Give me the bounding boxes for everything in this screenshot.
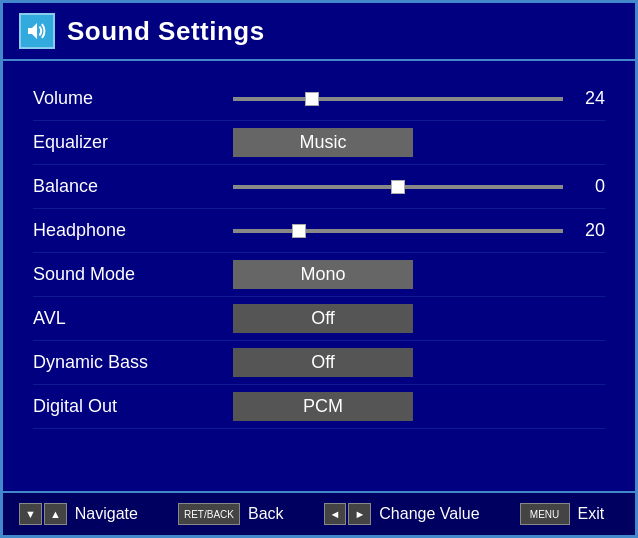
- volume-value: 24: [575, 88, 605, 109]
- back-key: RET/BACK: [178, 503, 240, 525]
- navigate-keys: ▼ ▲: [19, 503, 67, 525]
- right-key: ►: [348, 503, 371, 525]
- navigate-hint: ▼ ▲ Navigate: [19, 503, 138, 525]
- sound-mode-row: Sound Mode Mono: [33, 253, 605, 297]
- headphone-fill: [233, 229, 299, 233]
- headphone-control[interactable]: 20: [233, 220, 605, 241]
- balance-fill: [233, 185, 398, 189]
- footer: ▼ ▲ Navigate RET/BACK Back ◄ ► Change Va…: [3, 491, 635, 535]
- balance-value: 0: [575, 176, 605, 197]
- balance-thumb: [391, 180, 405, 194]
- sound-icon: [19, 13, 55, 49]
- avl-label: AVL: [33, 308, 233, 329]
- change-value-label: Change Value: [379, 505, 479, 523]
- balance-track: [233, 185, 563, 189]
- volume-label: Volume: [33, 88, 233, 109]
- menu-key: MENU: [520, 503, 570, 525]
- avl-select[interactable]: Off: [233, 304, 413, 333]
- avl-control[interactable]: Off: [233, 304, 605, 333]
- header: Sound Settings: [3, 3, 635, 61]
- left-key: ◄: [324, 503, 347, 525]
- dynamic-bass-control[interactable]: Off: [233, 348, 605, 377]
- digital-out-select[interactable]: PCM: [233, 392, 413, 421]
- volume-fill: [233, 97, 312, 101]
- balance-label: Balance: [33, 176, 233, 197]
- up-key: ▲: [44, 503, 67, 525]
- digital-out-label: Digital Out: [33, 396, 233, 417]
- equalizer-select[interactable]: Music: [233, 128, 413, 157]
- balance-row: Balance 0: [33, 165, 605, 209]
- svg-marker-0: [28, 23, 37, 39]
- menu-keys: MENU: [520, 503, 570, 525]
- screen: Sound Settings Volume 24 Equalizer Music: [0, 0, 638, 538]
- headphone-track: [233, 229, 563, 233]
- back-hint: RET/BACK Back: [178, 503, 284, 525]
- volume-track: [233, 97, 563, 101]
- volume-row: Volume 24: [33, 77, 605, 121]
- sound-mode-control[interactable]: Mono: [233, 260, 605, 289]
- balance-slider[interactable]: 0: [233, 176, 605, 197]
- dynamic-bass-select[interactable]: Off: [233, 348, 413, 377]
- headphone-label: Headphone: [33, 220, 233, 241]
- navigate-label: Navigate: [75, 505, 138, 523]
- avl-row: AVL Off: [33, 297, 605, 341]
- exit-label: Exit: [578, 505, 605, 523]
- headphone-thumb: [292, 224, 306, 238]
- headphone-value: 20: [575, 220, 605, 241]
- equalizer-row: Equalizer Music: [33, 121, 605, 165]
- equalizer-label: Equalizer: [33, 132, 233, 153]
- balance-control[interactable]: 0: [233, 176, 605, 197]
- sound-mode-select[interactable]: Mono: [233, 260, 413, 289]
- back-keys: RET/BACK: [178, 503, 240, 525]
- page-title: Sound Settings: [67, 16, 265, 47]
- equalizer-control[interactable]: Music: [233, 128, 605, 157]
- dynamic-bass-label: Dynamic Bass: [33, 352, 233, 373]
- settings-list: Volume 24 Equalizer Music Balance: [3, 61, 635, 491]
- exit-hint: MENU Exit: [520, 503, 605, 525]
- dynamic-bass-row: Dynamic Bass Off: [33, 341, 605, 385]
- change-value-hint: ◄ ► Change Value: [324, 503, 480, 525]
- change-keys: ◄ ►: [324, 503, 372, 525]
- digital-out-control[interactable]: PCM: [233, 392, 605, 421]
- back-label: Back: [248, 505, 284, 523]
- volume-thumb: [305, 92, 319, 106]
- down-key: ▼: [19, 503, 42, 525]
- digital-out-row: Digital Out PCM: [33, 385, 605, 429]
- volume-slider[interactable]: 24: [233, 88, 605, 109]
- sound-mode-label: Sound Mode: [33, 264, 233, 285]
- volume-control[interactable]: 24: [233, 88, 605, 109]
- headphone-row: Headphone 20: [33, 209, 605, 253]
- headphone-slider[interactable]: 20: [233, 220, 605, 241]
